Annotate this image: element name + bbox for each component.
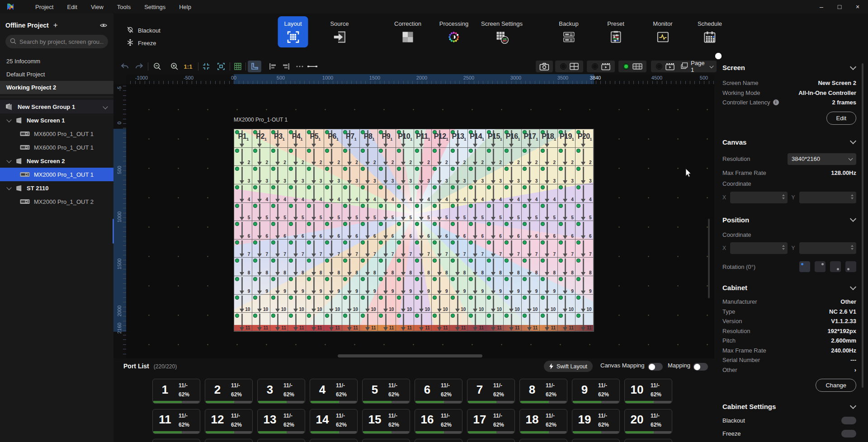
menu-help[interactable]: Help [179,4,191,10]
cabinet-cell-port-header[interactable]: P161 [504,129,522,148]
zoom-in-button[interactable] [169,61,180,72]
rotation-180-button[interactable] [830,261,841,272]
cabinet-cell[interactable]: 6 [324,221,342,240]
cabinet-cell[interactable]: 6 [414,221,432,240]
ruler-toggle-button[interactable] [248,61,261,72]
port-button-clipped[interactable] [310,439,358,442]
zoom-1-1-button[interactable]: 1:1 [182,61,194,72]
cabinet-cell[interactable]: 3 [540,166,558,184]
port-button-4[interactable]: 411/-62% [310,379,358,404]
grid-toggle-button[interactable] [232,61,244,72]
cabinet-cell-port-header[interactable]: P11 [234,129,252,148]
cabinet-cell[interactable]: 6 [306,221,324,240]
cabinet-cell[interactable]: 3 [288,166,306,184]
port-button-12[interactable]: 1211/-62% [205,409,253,434]
project-item[interactable]: Default Project [0,68,113,81]
cabinet-cell[interactable]: 11 [396,313,414,331]
cabinet-cell[interactable]: 9 [378,276,396,295]
port-button-8[interactable]: 811/-62% [519,379,567,404]
cabinet-cell[interactable]: 11 [576,313,594,331]
cabinet-cell[interactable]: 10 [504,295,522,313]
cabinet-cell[interactable]: 8 [576,258,594,276]
screen-object[interactable]: P11P21P31P41P51P61P71P81P91P101P111P121P… [234,129,594,332]
cabinet-cell[interactable]: 7 [270,240,288,258]
cabinet-cell[interactable]: 7 [396,240,414,258]
cabinet-cell[interactable]: 4 [234,184,252,203]
cabinet-cell[interactable]: 6 [252,221,270,240]
source-view-toggle[interactable] [587,61,615,72]
cabinet-cell[interactable]: 8 [504,258,522,276]
cabinet-cell[interactable]: 2 [306,148,324,166]
cabinet-cell[interactable]: 3 [450,166,468,184]
cabinet-cell-port-header[interactable]: P141 [468,129,486,148]
cabinet-cell[interactable]: 7 [468,240,486,258]
cabinet-cell[interactable]: 4 [288,184,306,203]
cabinet-cell[interactable]: 9 [432,276,450,295]
more-tools-button[interactable] [294,61,306,72]
cabinet-cell[interactable]: 4 [486,184,504,203]
cabinet-section-header[interactable]: Cabinet [722,284,856,292]
cabinet-cell[interactable]: 8 [468,258,486,276]
tree-item-mx2000-pro-1-out-1[interactable]: MX2000 Pro_1_OUT 1 [0,168,113,181]
port-button-1[interactable]: 111/-62% [152,379,200,404]
port-button-clipped[interactable] [152,439,200,442]
cabinet-cell[interactable]: 10 [378,295,396,313]
cabinet-cell[interactable]: 5 [252,203,270,221]
cabinet-cell[interactable]: 9 [342,276,360,295]
cabinet-cell[interactable]: 8 [234,258,252,276]
cabinet-cell[interactable]: 10 [576,295,594,313]
redo-button[interactable] [133,61,145,72]
cabinet-cell[interactable]: 7 [450,240,468,258]
tab-correction[interactable]: Correction [388,16,428,47]
fit-canvas-button[interactable] [215,61,227,72]
cabinet-cell[interactable]: 3 [342,166,360,184]
cabinet-cell[interactable]: 9 [360,276,378,295]
cabinet-cell[interactable]: 4 [432,184,450,203]
cabinet-cell[interactable]: 11 [342,313,360,331]
chevron-down-icon[interactable] [6,185,11,190]
cabinet-cell[interactable]: 6 [468,221,486,240]
port-button-clipped[interactable] [415,439,462,442]
cabinet-cell[interactable]: 9 [306,276,324,295]
cabinet-cell[interactable]: 5 [432,203,450,221]
cabinet-cell[interactable]: 2 [504,148,522,166]
cabinet-cell[interactable]: 5 [414,203,432,221]
cabinet-cell[interactable]: 6 [540,221,558,240]
port-button-18[interactable]: 1811/-62% [519,409,567,434]
cabinet-cell[interactable]: 11 [270,313,288,331]
rotation-270-button[interactable] [845,261,856,272]
chevron-down-icon[interactable] [6,117,11,122]
chevron-down-icon[interactable] [6,158,11,163]
cabinet-cell[interactable]: 7 [432,240,450,258]
port-button-13[interactable]: 1311/-62% [257,409,305,434]
tree-item-new-screen-1[interactable]: New Screen 1 [0,113,113,127]
cabinet-cell[interactable]: 2 [522,148,540,166]
cabinet-cell[interactable]: 5 [450,203,468,221]
menu-project[interactable]: Project [35,4,53,10]
cabinet-cell-port-header[interactable]: P31 [270,129,288,148]
cabinet-cell-port-header[interactable]: P101 [396,129,414,148]
cabinet-cell[interactable]: 10 [486,295,504,313]
cabinet-cell[interactable]: 3 [396,166,414,184]
port-button-clipped[interactable] [624,439,672,442]
cabinet-cell[interactable]: 8 [306,258,324,276]
cabinet-cell[interactable]: 4 [324,184,342,203]
maximize-button[interactable]: □ [832,1,847,13]
cabinet-cell[interactable]: 9 [522,276,540,295]
project-item[interactable]: 25 Infocomm [0,55,113,68]
canvas-section-header[interactable]: Canvas [722,138,856,146]
cabinet-cell[interactable]: 9 [414,276,432,295]
cabinet-cell[interactable]: 10 [306,295,324,313]
cabinet-cell[interactable]: 3 [522,166,540,184]
cabinet-cell[interactable]: 9 [450,276,468,295]
menu-tools[interactable]: Tools [117,4,131,10]
cabinet-cell[interactable]: 8 [360,258,378,276]
cabinet-cell[interactable]: 6 [486,221,504,240]
blackout-toggle[interactable] [841,417,856,424]
cabinet-cell[interactable]: 11 [234,313,252,331]
tab-screen-settings[interactable]: Screen Settings [475,16,529,47]
cabinet-cell[interactable]: 7 [576,240,594,258]
swift-layout-button[interactable]: Swift Layout [544,361,593,372]
cabinet-cell[interactable]: 4 [306,184,324,203]
cabinet-cell[interactable]: 11 [306,313,324,331]
